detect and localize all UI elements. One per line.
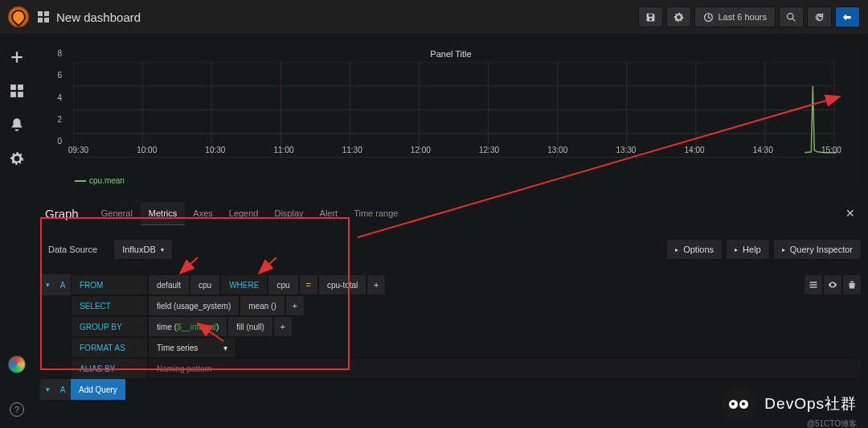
svg-rect-0 — [38, 11, 43, 16]
tag-key[interactable]: cpu — [268, 274, 298, 295]
query-row-select: SELECT field (usage_system) mean () + — [40, 295, 862, 316]
select-keyword: SELECT — [71, 295, 148, 316]
add-groupby-button[interactable]: + — [273, 316, 293, 337]
query-row-format: FORMAT AS Time series▾ — [40, 337, 862, 358]
time-range-button[interactable]: Last 6 hours — [694, 6, 776, 27]
panel-title: Panel Title — [46, 46, 856, 62]
dashboard-icon — [37, 10, 50, 23]
tab-axes[interactable]: Axes — [185, 202, 220, 225]
watermark-credit: @51CTO博客 — [807, 418, 857, 428]
config-icon[interactable] — [10, 151, 24, 166]
add-icon[interactable] — [10, 50, 24, 64]
svg-rect-3 — [44, 18, 49, 23]
page-title[interactable]: New dashboard — [56, 10, 141, 24]
tab-alert[interactable]: Alert — [312, 202, 346, 225]
svg-rect-7 — [18, 84, 23, 90]
collapse-toggle-2[interactable]: ▾ — [40, 379, 55, 400]
tab-metrics[interactable]: Metrics — [141, 202, 185, 225]
alerting-icon[interactable] — [10, 117, 24, 132]
user-avatar-icon[interactable] — [8, 356, 26, 373]
chart-canvas[interactable] — [73, 62, 837, 158]
x-axis-ticks: 09:3010:0010:3011:0011:3012:0012:3013:00… — [68, 146, 841, 154]
datasource-picker[interactable]: InfluxDB▾ — [113, 239, 173, 260]
groupby-time[interactable]: time ($__interval) — [148, 316, 227, 337]
groupby-fill[interactable]: fill (null) — [227, 316, 272, 337]
svg-rect-9 — [18, 92, 23, 97]
tab-legend[interactable]: Legend — [221, 202, 267, 225]
editor-title: Graph — [45, 207, 79, 220]
svg-rect-2 — [38, 18, 43, 23]
collapse-toggle[interactable]: ▾ — [40, 274, 55, 295]
retention-policy[interactable]: default — [148, 274, 190, 295]
alias-keyword: ALIAS BY — [71, 358, 148, 379]
format-select[interactable]: Time series▾ — [148, 337, 236, 358]
tab-display[interactable]: Display — [266, 202, 311, 225]
query-ref-id-2[interactable]: A — [55, 379, 71, 400]
zoom-out-button[interactable] — [779, 6, 804, 27]
side-nav: ? — [0, 34, 34, 428]
add-query-button[interactable]: Add Query — [71, 379, 125, 400]
add-tag-button[interactable]: + — [366, 274, 386, 295]
query-ref-id[interactable]: A — [55, 274, 71, 295]
alias-input[interactable]: Naming pattern — [148, 358, 862, 379]
y-axis-ticks: 86420 — [46, 49, 62, 146]
save-button[interactable] — [638, 6, 663, 27]
editor-tab-bar: Graph General Metrics Axes Legend Displa… — [40, 200, 862, 226]
back-button[interactable] — [835, 6, 860, 27]
refresh-button[interactable] — [807, 6, 832, 27]
menu-icon[interactable] — [804, 274, 823, 295]
groupby-keyword: GROUP BY — [71, 316, 148, 337]
chart-legend[interactable]: cpu.mean — [46, 173, 856, 190]
query-row-alias: ALIAS BY Naming pattern — [40, 358, 862, 379]
add-select-button[interactable]: + — [285, 295, 305, 316]
query-row-from: ▾ A FROM default cpu WHERE cpu = cpu-tot… — [40, 274, 862, 295]
query-row-groupby: GROUP BY time ($__interval) fill (null) … — [40, 316, 862, 337]
svg-rect-1 — [44, 11, 49, 16]
dashboards-icon[interactable] — [10, 84, 24, 98]
tab-timerange[interactable]: Time range — [346, 202, 406, 225]
select-agg[interactable]: mean () — [240, 295, 285, 316]
watermark: DevOps社群 — [721, 386, 857, 422]
options-button[interactable]: ▸Options — [666, 239, 723, 260]
tag-value[interactable]: cpu-total — [318, 274, 366, 295]
measurement[interactable]: cpu — [190, 274, 220, 295]
trash-icon[interactable] — [842, 274, 862, 295]
help-icon[interactable]: ? — [10, 402, 24, 417]
top-toolbar: New dashboard Last 6 hours — [0, 0, 868, 34]
from-keyword: FROM — [71, 274, 148, 295]
tag-operator[interactable]: = — [299, 274, 318, 295]
watermark-icon — [721, 386, 756, 422]
svg-rect-6 — [10, 84, 16, 90]
format-keyword: FORMAT AS — [71, 337, 148, 358]
close-editor-button[interactable]: ✕ — [839, 204, 862, 223]
help-button[interactable]: ▸Help — [726, 239, 770, 260]
where-keyword: WHERE — [220, 274, 268, 295]
select-field[interactable]: field (usage_system) — [148, 295, 240, 316]
eye-icon[interactable] — [823, 274, 842, 295]
tab-general[interactable]: General — [93, 202, 141, 225]
grafana-logo-icon[interactable] — [8, 6, 29, 27]
svg-rect-8 — [10, 92, 16, 97]
datasource-label: Data Source — [40, 245, 105, 254]
settings-button[interactable] — [666, 6, 691, 27]
query-inspector-button[interactable]: ▸Query Inspector — [773, 239, 862, 260]
svg-point-5 — [788, 13, 793, 19]
